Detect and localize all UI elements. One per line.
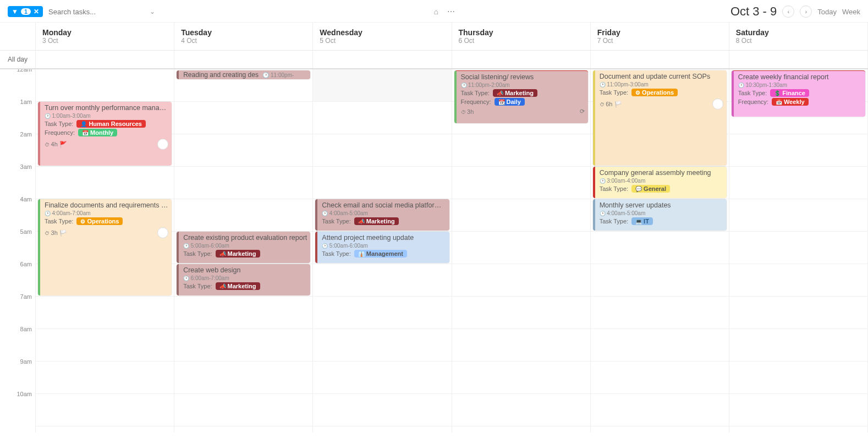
event-card[interactable]: Create weekly financial report 10:30pm-1… (732, 70, 865, 117)
event-time: 4:00am-5:00am (322, 210, 446, 216)
view-select[interactable]: Week (842, 8, 860, 16)
tag-daily: 📆Daily (495, 98, 525, 106)
calendar-body: 12am 1am 2am 3am 4am 5am 6am 7am 8am 9am… (0, 69, 868, 432)
task-type-label: Task Type: (600, 218, 628, 225)
allday-cell[interactable] (174, 51, 313, 68)
allday-cell[interactable] (591, 51, 729, 68)
hour-label: 1am (20, 98, 32, 105)
toolbar: ▼ 1 ✕ ⌄ ⌂ ⋯ Oct 3 - 9 ‹ › Today Week (0, 0, 868, 23)
day-header[interactable]: Wednesday5 Oct (313, 23, 452, 50)
today-button[interactable]: Today (817, 8, 837, 16)
task-type-label: Task Type: (461, 90, 490, 96)
event-title: Check email and social media platforms u (322, 201, 446, 209)
event-title: Turn over monthly performance management (45, 104, 168, 112)
event-title: Reading and creating des (183, 71, 259, 79)
tag-marketing: 📣Marketing (216, 282, 260, 290)
event-title: Company general assembly meeting (600, 169, 723, 177)
day-column-monday[interactable]: Turn over monthly performance management… (36, 69, 174, 432)
flag-icon: 🚩 (59, 141, 67, 147)
event-card[interactable]: Check email and social media platforms u… (315, 199, 449, 231)
tag-finance: 💲Finance (770, 89, 809, 97)
day-of-week: Monday (42, 28, 167, 37)
allday-cell[interactable] (452, 51, 591, 68)
event-card[interactable]: Document and update current SOPs 11:00pm… (593, 70, 727, 166)
hour-label: 10am (17, 391, 32, 397)
event-card[interactable]: Turn over monthly performance management… (38, 102, 172, 166)
event-title: Document and update current SOPs (600, 73, 723, 80)
event-title: Attend project meeting update (322, 234, 446, 242)
close-icon[interactable]: ✕ (34, 8, 39, 15)
time-gutter-header (0, 23, 36, 50)
task-type-label: Task Type: (600, 89, 628, 96)
flag-icon: 🏳️ (614, 101, 622, 107)
event-card[interactable]: Monthly server updates 4:00am-5:00am Tas… (593, 199, 727, 231)
event-card[interactable]: Social listening/ reviews 11:00pm-2:00am… (454, 70, 588, 123)
hour-label: 5am (20, 228, 32, 235)
avatar[interactable] (157, 227, 168, 238)
filter-chip[interactable]: ▼ 1 ✕ (8, 6, 43, 17)
task-type-label: Task Type: (322, 250, 350, 257)
tag-human-resources: 👤Human Resources (76, 120, 146, 128)
tag-monthly: 📅Monthly (78, 129, 117, 136)
hour-label: 4am (20, 196, 32, 202)
allday-cell[interactable] (313, 51, 452, 68)
search-input[interactable] (48, 8, 147, 16)
tag-operations: ⚙Operations (631, 89, 678, 96)
day-column-tuesday[interactable]: Reading and creating des 🕑 11:00pm-12:00… (174, 69, 313, 432)
hour-label: 2am (20, 131, 32, 138)
frequency-label: Frequency: (738, 98, 768, 105)
frequency-label: Frequency: (45, 129, 75, 136)
day-of-week: Saturday (736, 28, 861, 37)
day-column-saturday[interactable]: Create weekly financial report 10:30pm-1… (729, 69, 868, 432)
event-card[interactable]: Attend project meeting update 5:00am-6:0… (315, 232, 449, 263)
home-icon[interactable]: ⌂ (434, 7, 438, 16)
more-icon[interactable]: ⋯ (447, 7, 455, 16)
task-type-label: Task Type: (45, 218, 73, 225)
day-of-week: Thursday (459, 28, 584, 37)
tag-general: 💬General (631, 185, 670, 193)
event-title: Create existing product evaluation repor… (183, 234, 307, 242)
event-title: Monthly server updates (600, 201, 723, 209)
hours-column: 12am 1am 2am 3am 4am 5am 6am 7am 8am 9am… (0, 69, 36, 432)
chevron-down-icon[interactable]: ⌄ (150, 8, 155, 15)
day-of-week: Wednesday (320, 28, 444, 37)
day-of-week: Friday (597, 28, 722, 37)
day-header[interactable]: Friday7 Oct (591, 23, 729, 50)
event-duration: 4h (45, 141, 58, 147)
event-card[interactable]: Company general assembly meeting 3:00am-… (593, 167, 727, 198)
task-type-label: Task Type: (600, 185, 628, 192)
hour-label: 6am (20, 261, 32, 267)
avatar[interactable] (712, 98, 723, 110)
hour-label: 9am (20, 358, 32, 365)
date-range: Oct 3 - 9 (730, 4, 777, 19)
day-header[interactable]: Saturday8 Oct (729, 23, 868, 50)
next-week-button[interactable]: › (800, 6, 812, 18)
day-header[interactable]: Thursday6 Oct (452, 23, 591, 50)
day-header[interactable]: Tuesday4 Oct (174, 23, 313, 50)
task-type-label: Task Type: (738, 90, 767, 96)
tag-weekly: 📅Weekly (772, 98, 809, 106)
event-card[interactable]: Reading and creating des 🕑 11:00pm-12:00… (177, 70, 310, 79)
task-type-label: Task Type: (183, 283, 212, 289)
day-of-week: Tuesday (181, 28, 306, 37)
event-card[interactable]: Finalize documents and requirements for … (38, 199, 172, 295)
event-card[interactable]: Create existing product evaluation repor… (177, 232, 310, 263)
day-column-thursday[interactable]: Social listening/ reviews 11:00pm-2:00am… (452, 69, 591, 432)
allday-cell[interactable] (36, 51, 174, 68)
day-column-friday[interactable]: Document and update current SOPs 11:00pm… (591, 69, 729, 432)
calendar-grid: Turn over monthly performance management… (36, 69, 868, 432)
event-time: 5:00am-6:00am (322, 243, 446, 249)
day-column-wednesday[interactable]: Check email and social media platforms u… (313, 69, 452, 432)
event-time: 11:00pm-2:00am (461, 82, 585, 88)
avatar[interactable] (157, 139, 168, 150)
event-time: 5:00am-6:00am (183, 243, 307, 249)
allday-row: All day (0, 51, 868, 69)
prev-week-button[interactable]: ‹ (782, 6, 794, 18)
allday-label: All day (0, 51, 36, 68)
event-duration: 3h (45, 229, 58, 236)
day-header[interactable]: Monday3 Oct (36, 23, 174, 50)
event-card[interactable]: Create web design 6:00am-7:00am Task Typ… (177, 264, 310, 295)
day-date: 6 Oct (459, 37, 584, 45)
search-wrap: ⌄ (48, 8, 158, 16)
allday-cell[interactable] (729, 51, 868, 68)
